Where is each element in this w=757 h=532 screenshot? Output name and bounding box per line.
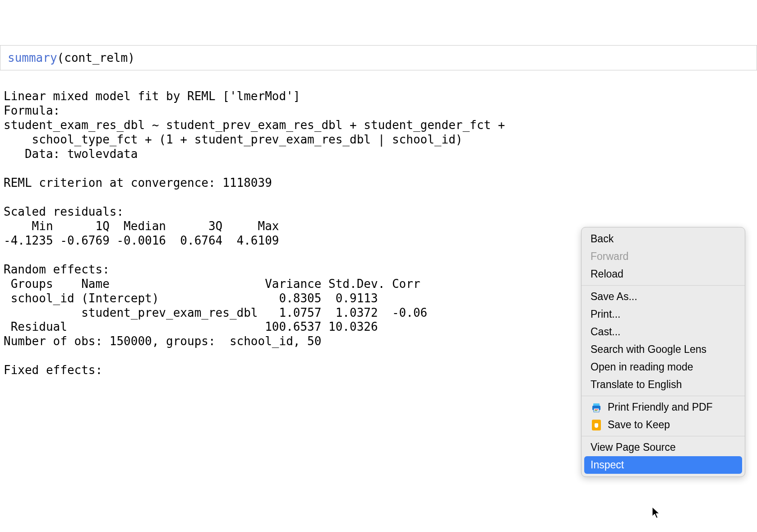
menu-separator bbox=[582, 285, 745, 286]
keep-icon bbox=[591, 419, 602, 431]
menu-save-as[interactable]: Save As... bbox=[582, 288, 745, 305]
context-menu: Back Forward Reload Save As... Print... … bbox=[581, 227, 745, 477]
menu-cast[interactable]: Cast... bbox=[582, 323, 745, 341]
menu-back[interactable]: Back bbox=[582, 230, 745, 248]
printer-icon bbox=[591, 402, 602, 413]
menu-search-lens[interactable]: Search with Google Lens bbox=[582, 341, 745, 358]
menu-reload[interactable]: Reload bbox=[582, 265, 745, 283]
svg-rect-2 bbox=[594, 408, 599, 412]
cursor-icon bbox=[651, 506, 660, 521]
menu-reading-mode[interactable]: Open in reading mode bbox=[582, 358, 745, 376]
code-function: summary bbox=[8, 51, 57, 65]
menu-translate[interactable]: Translate to English bbox=[582, 376, 745, 393]
menu-inspect[interactable]: Inspect bbox=[584, 456, 742, 474]
menu-print[interactable]: Print... bbox=[582, 305, 745, 323]
menu-view-source[interactable]: View Page Source bbox=[582, 439, 745, 456]
menu-print-friendly[interactable]: Print Friendly and PDF bbox=[582, 398, 745, 416]
menu-save-keep[interactable]: Save to Keep bbox=[582, 416, 745, 434]
menu-separator bbox=[582, 396, 745, 396]
code-input-cell[interactable]: summary(cont_relm) bbox=[0, 45, 757, 70]
menu-separator bbox=[582, 436, 745, 436]
code-args: (cont_relm) bbox=[57, 51, 135, 65]
svg-rect-0 bbox=[593, 403, 600, 406]
menu-forward: Forward bbox=[582, 248, 745, 265]
